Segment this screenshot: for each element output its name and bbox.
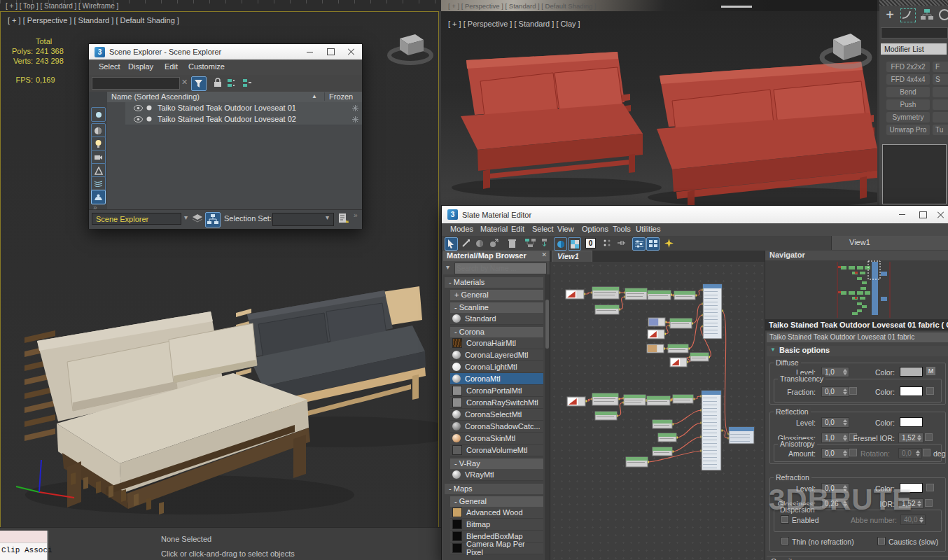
selectability-dot-icon[interactable] [146, 116, 152, 122]
display-all-icon[interactable] [91, 107, 106, 122]
select-tool-icon[interactable] [445, 237, 458, 251]
visibility-eye-icon[interactable] [134, 105, 143, 111]
scene-explorer-titlebar[interactable]: 3 Scene Explorer - Scene Explorer [89, 44, 362, 60]
menu-view[interactable]: View [557, 225, 574, 233]
modifier-button[interactable]: Symmetry [886, 112, 930, 122]
browser-close-icon[interactable]: ✕ [541, 251, 547, 258]
modifier-button-clipped[interactable] [933, 99, 948, 110]
toolbar-view-selector[interactable]: View1 [831, 236, 948, 250]
display-lights-icon[interactable] [91, 136, 106, 151]
browser-item[interactable]: Bitmap [450, 519, 543, 531]
menu-tools[interactable]: Tools [613, 225, 631, 233]
reflection-glossiness-spinner[interactable]: 1,0 [821, 433, 849, 443]
selection-set-dropdown[interactable] [272, 213, 334, 226]
frozen-column-header[interactable]: Frozen [324, 92, 353, 101]
modifier-stack-box[interactable] [882, 144, 947, 204]
menu-utilities[interactable]: Utilities [636, 225, 660, 233]
browser-search-input[interactable] [454, 262, 547, 274]
explorer-list-header[interactable]: Name (Sorted Ascending) ▲ Frozen [107, 92, 362, 103]
selection-set-caret-icon[interactable]: ▾ [326, 214, 329, 221]
fraction-spinner[interactable]: 0,0 [821, 386, 849, 397]
get-material-icon[interactable] [474, 237, 486, 249]
translucency-map-slot[interactable] [926, 387, 934, 395]
browser-scrollbar[interactable] [545, 274, 550, 560]
expand-tree-icon[interactable] [228, 78, 238, 88]
edit-named-selections-icon[interactable] [338, 213, 349, 224]
footer-overflow-chevrons[interactable]: » [354, 211, 358, 219]
menu-material[interactable]: Material [480, 225, 508, 233]
browser-item[interactable]: CoronaLightMtl [450, 361, 543, 373]
caustics-checkbox[interactable] [877, 537, 886, 545]
hide-unused-slots-icon[interactable] [601, 237, 613, 249]
mini-listener[interactable]: Clip Associ [0, 531, 48, 560]
menu-edit[interactable]: Edit [511, 225, 524, 233]
browser-category[interactable]: - General [450, 496, 543, 507]
browser-item[interactable]: CoronaRaySwitchMtl [450, 397, 543, 409]
rotation-map-slot[interactable] [923, 449, 930, 456]
fresnel-ior-spinner[interactable]: 1,52 [898, 433, 923, 443]
browser-item[interactable]: CoronaVolumeMtl [450, 444, 543, 456]
browser-item[interactable]: CoronaSkinMtl [450, 433, 543, 444]
render-map-icon[interactable] [663, 237, 675, 249]
browser-options-caret-icon[interactable]: ▾ [446, 263, 449, 271]
ior-map-slot[interactable] [925, 499, 933, 507]
assign-material-icon[interactable] [488, 237, 500, 249]
modifier-button-clipped[interactable] [933, 112, 948, 122]
browser-item[interactable]: CoronaHairMtl [450, 337, 543, 349]
browser-category[interactable]: + General [450, 290, 543, 300]
refraction-color-map-slot[interactable] [926, 484, 934, 491]
browser-item[interactable]: VRayMtl [450, 469, 543, 481]
show-end-result-icon[interactable]: 0 [585, 237, 597, 249]
layout-all-icon[interactable] [538, 237, 550, 249]
show-background-icon[interactable] [568, 237, 581, 251]
modifier-button[interactable]: FFD 2x2x2 [886, 62, 930, 72]
object-name[interactable]: Taiko Stained Teak Outdoor Loveseat 01 [158, 104, 296, 112]
frozen-snowflake-icon[interactable] [352, 105, 358, 111]
slate-titlebar[interactable]: 3 Slate Material Editor [442, 206, 948, 224]
search-input[interactable] [92, 77, 180, 90]
browser-category[interactable]: - Maps [445, 484, 543, 494]
display-helpers-icon[interactable] [91, 163, 106, 178]
table-row[interactable]: Taiko Stained Teak Outdoor Loveseat 02 [125, 113, 362, 125]
tab-view1[interactable]: View1 [552, 251, 592, 262]
menu-customize[interactable]: Customize [188, 62, 225, 71]
basic-options-rollout[interactable]: ▼ Basic options [767, 346, 948, 356]
scene-explorer-window[interactable]: 3 Scene Explorer - Scene Explorer Select… [88, 43, 363, 229]
grid-snap-icon[interactable] [646, 237, 660, 251]
sort-ascending-icon[interactable]: ▲ [312, 93, 317, 99]
layout-children-icon[interactable] [524, 237, 536, 249]
object-name[interactable]: Taiko Stained Teak Outdoor Loveseat 02 [158, 115, 296, 123]
diffuse-map-button[interactable]: M [926, 367, 935, 375]
table-row[interactable]: Taiko Stained Teak Outdoor Loveseat 01 [125, 102, 362, 114]
reflection-level-spinner[interactable]: 0,0 [821, 417, 849, 428]
menu-modes[interactable]: Modes [450, 225, 473, 233]
name-column-header[interactable]: Name (Sorted Ascending) [111, 92, 200, 101]
display-geometry-icon[interactable] [91, 123, 106, 138]
material-name-field[interactable]: Taiko Stained Teak Outdoor Loveseat 01 f… [767, 332, 948, 342]
display-cameras-icon[interactable] [91, 150, 106, 164]
modifier-button-clipped[interactable]: F [933, 62, 948, 72]
modifier-button[interactable]: Unwrap Pro [886, 125, 930, 135]
browser-category[interactable]: - Materials [445, 277, 543, 288]
reflection-color-swatch[interactable] [900, 417, 923, 427]
amount-spinner[interactable]: 0,0 [821, 448, 849, 458]
menu-edit[interactable]: Edit [165, 62, 178, 71]
params-header[interactable]: Taiko Stained Teak Outdoor Loveseat 01 f… [765, 319, 948, 330]
browser-category[interactable]: - Scanline [450, 302, 543, 313]
close-button[interactable] [933, 209, 948, 220]
modifier-button[interactable]: Bend [886, 87, 930, 97]
explorer-view-dropdown[interactable]: Scene Explorer [92, 213, 181, 225]
navigator-titlebar[interactable]: Navigator [765, 251, 948, 261]
browser-item[interactable]: Camera Map Per Pixel [450, 542, 543, 554]
navigator-minimap[interactable] [765, 260, 948, 320]
browser-category[interactable]: - Corona [450, 327, 543, 337]
modifier-button[interactable]: Push [886, 99, 930, 110]
macro-recorder-pane[interactable] [0, 531, 47, 543]
clay-viewport[interactable]: [ + ] [ Perspective ] [ Standard ] [ Cla… [441, 11, 877, 206]
menu-options[interactable]: Options [582, 225, 608, 233]
layers-icon[interactable] [193, 214, 202, 223]
browser-category[interactable]: - V-Ray [450, 458, 543, 469]
minimize-button[interactable] [299, 46, 320, 57]
connector-icon[interactable] [615, 237, 627, 249]
collapse-tree-icon[interactable] [243, 78, 253, 88]
